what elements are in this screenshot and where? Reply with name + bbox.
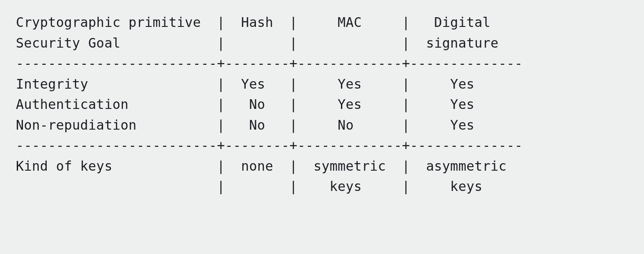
table-row: Integrity | Yes | Yes | Yes (16, 76, 514, 92)
table-row: Non-repudiation | No | No | Yes (16, 117, 514, 133)
table-divider-1: -------------------------+--------+-----… (16, 56, 522, 71)
table-footer-row-2: | | keys | keys (16, 179, 514, 194)
table-header-row-2: Security Goal | | | signature (16, 35, 499, 51)
table-row: Authentication | No | Yes | Yes (16, 97, 514, 112)
crypto-primitives-table: Cryptographic primitive | Hash | MAC | D… (16, 12, 628, 197)
table-footer-row-1: Kind of keys | none | symmetric | asymme… (16, 158, 514, 174)
table-header-row-1: Cryptographic primitive | Hash | MAC | D… (16, 15, 514, 30)
table-divider-2: -------------------------+--------+-----… (16, 138, 522, 153)
